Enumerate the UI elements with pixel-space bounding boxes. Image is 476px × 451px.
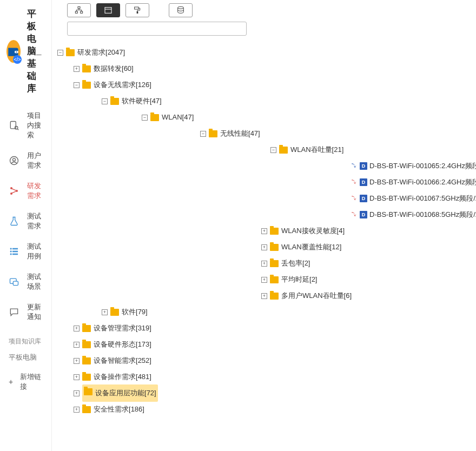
- tree-node: −研发需求[2047] +数据转发[60] −设备无线需求[126] −软件硬件…: [54, 44, 476, 417]
- tree-row[interactable]: +软件[79]: [102, 304, 476, 320]
- nav-item-testcase[interactable]: 测试用例: [0, 236, 51, 267]
- folder-icon: [270, 228, 279, 235]
- search-input[interactable]: [67, 22, 247, 36]
- node-label-highlighted: 设备应用层功能[72]: [82, 384, 158, 402]
- node-label: 设备智能需求[252]: [94, 353, 151, 369]
- collapse-icon[interactable]: −: [57, 50, 63, 56]
- add-link-button[interactable]: + 新增链接: [0, 366, 51, 398]
- svg-point-1: [16, 51, 17, 52]
- node-label: 数据转发[60]: [94, 61, 134, 77]
- tree-row[interactable]: +平均时延[2]: [261, 271, 476, 288]
- node-label: WLAN吞吐量[21]: [290, 142, 343, 158]
- node-label: 丢包率[2]: [281, 255, 310, 271]
- tree-row[interactable]: +设备应用层功能[72]: [74, 385, 476, 401]
- tree-row[interactable]: +安全性需求[186]: [74, 401, 476, 417]
- tree-leaf[interactable]: DD-BS-BT-WiFi-001068:5GHz频段/2: [270, 207, 476, 223]
- svg-line-4: [17, 129, 18, 130]
- expand-icon[interactable]: +: [74, 66, 80, 72]
- node-label: WLAN覆盖性能[12]: [281, 239, 341, 255]
- collapse-icon[interactable]: −: [270, 147, 276, 153]
- folder-icon: [82, 374, 91, 381]
- searchbar: [52, 19, 476, 40]
- svg-rect-20: [81, 11, 83, 13]
- tree-row[interactable]: +设备操作需求[481]: [74, 369, 476, 385]
- expand-icon[interactable]: +: [74, 358, 80, 364]
- tree-row[interactable]: −设备无线需求[126]: [74, 77, 476, 93]
- tree-row[interactable]: −无线性能[47]: [200, 125, 476, 142]
- d-badge-icon: D: [360, 162, 367, 170]
- expand-icon[interactable]: +: [74, 407, 80, 413]
- node-label: 多用户WLAN吞吐量[6]: [281, 288, 352, 304]
- nav-label: 用户需求: [27, 151, 43, 170]
- nav-label: 测试用例: [27, 242, 43, 261]
- tree-row[interactable]: +WLAN接收灵敏度[4]: [261, 223, 476, 239]
- expand-icon[interactable]: +: [74, 390, 80, 396]
- sidebar: </> 平板电脑_基础库 项目内搜索 用户需求 研发需求 测试需求 测试用例 测…: [0, 0, 52, 451]
- svg-point-10: [10, 248, 11, 249]
- view-tree-button[interactable]: [67, 3, 91, 17]
- node-label: 软件[79]: [122, 304, 148, 320]
- tree-leaf[interactable]: DD-BS-BT-WiFi-001065:2.4GHz频段/2: [270, 158, 476, 174]
- branch-icon: [9, 185, 19, 197]
- expand-icon[interactable]: +: [261, 261, 267, 267]
- arrow-red-icon: [351, 195, 358, 202]
- tree-row[interactable]: +设备智能需求[252]: [74, 353, 476, 369]
- toolbar: [52, 0, 476, 19]
- leaf-label: D-BS-BT-WiFi-001068:5GHz频段/2: [369, 207, 476, 223]
- expand-icon[interactable]: +: [261, 277, 267, 283]
- expand-icon[interactable]: +: [261, 293, 267, 299]
- expand-icon[interactable]: +: [102, 309, 108, 315]
- collapse-icon[interactable]: −: [142, 115, 148, 121]
- tree-row[interactable]: +多用户WLAN吞吐量[6]: [261, 288, 476, 304]
- collapse-icon[interactable]: −: [74, 82, 80, 88]
- nav-item-search[interactable]: 项目内搜索: [0, 105, 51, 145]
- collapse-icon[interactable]: −: [102, 98, 108, 104]
- svg-point-12: [10, 254, 11, 255]
- nav-item-updates[interactable]: 更新通知: [0, 297, 51, 327]
- folder-icon: [270, 276, 279, 283]
- nav-item-devreq[interactable]: 研发需求: [0, 176, 51, 206]
- tree-row[interactable]: +数据转发[60]: [74, 61, 476, 77]
- folder-icon: [82, 82, 91, 89]
- tree-row[interactable]: −软件硬件[47]: [102, 93, 476, 109]
- scene-icon: [9, 276, 19, 288]
- view-panel-button[interactable]: [96, 3, 120, 17]
- tree-row[interactable]: +设备管理需求[319]: [74, 320, 476, 336]
- tree-row[interactable]: −WLAN吞吐量[21]: [270, 142, 476, 158]
- node-label: 设备操作需求[481]: [94, 369, 151, 385]
- tree-row[interactable]: −WLAN[47]: [142, 109, 476, 125]
- list-icon: [9, 246, 19, 257]
- nav-item-testscene[interactable]: 测试场景: [0, 267, 51, 297]
- nav-label: 研发需求: [27, 181, 43, 201]
- folder-icon: [270, 244, 279, 251]
- tree-leaf[interactable]: DD-BS-BT-WiFi-001066:2.4GHz频段/2: [270, 174, 476, 190]
- svg-point-9: [16, 190, 18, 192]
- svg-rect-15: [13, 254, 18, 255]
- expand-icon[interactable]: +: [74, 342, 80, 348]
- svg-rect-23: [135, 7, 138, 9]
- folder-icon: [84, 388, 92, 395]
- expand-icon[interactable]: +: [74, 374, 80, 380]
- tree-row[interactable]: +设备硬件形态[173]: [74, 336, 476, 353]
- folder-icon: [270, 260, 279, 267]
- svg-rect-18: [78, 6, 80, 8]
- expand-icon[interactable]: +: [74, 326, 80, 331]
- nav-label: 项目内搜索: [27, 111, 43, 140]
- tree-row[interactable]: +WLAN覆盖性能[12]: [261, 239, 476, 255]
- node-label: 安全性需求[186]: [94, 401, 144, 417]
- tree-leaf[interactable]: DD-BS-BT-WiFi-001067:5GHz频段/2*: [270, 190, 476, 207]
- node-label: 无线性能[47]: [220, 125, 260, 142]
- kb-item-tablet[interactable]: 平板电脑: [0, 349, 51, 366]
- svg-point-25: [178, 6, 184, 9]
- nav-item-userreq[interactable]: 用户需求: [0, 145, 51, 176]
- folder-icon: [110, 309, 119, 316]
- expand-icon[interactable]: +: [261, 228, 267, 234]
- nav-item-testreq[interactable]: 测试需求: [0, 206, 51, 236]
- tree-row[interactable]: −研发需求[2047]: [57, 44, 476, 61]
- tree-row[interactable]: +丢包率[2]: [261, 255, 476, 271]
- view-paint-button[interactable]: [125, 3, 149, 17]
- view-db-button[interactable]: [169, 3, 193, 17]
- collapse-icon[interactable]: −: [200, 131, 206, 137]
- expand-icon[interactable]: +: [261, 244, 267, 250]
- folder-icon: [82, 357, 91, 364]
